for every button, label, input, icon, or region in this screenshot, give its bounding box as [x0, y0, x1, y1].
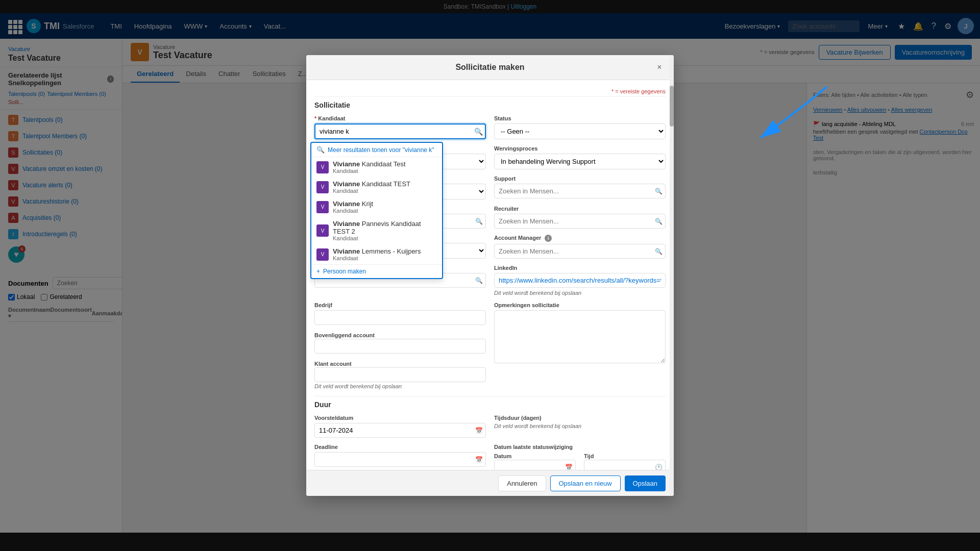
candidate-icon-1: V [316, 181, 329, 193]
datum-group: Datum 📅 [494, 452, 576, 470]
label-klant: Klant account [314, 361, 352, 367]
vacature-search-icon[interactable]: 🔍 [475, 218, 483, 225]
wervingsproces-select[interactable]: In behandeling Werving Support [494, 154, 666, 169]
kandidaat-input[interactable] [314, 123, 486, 139]
search-more-text: Meer resultaten tonen voor "vivianne k" [328, 146, 434, 154]
modal-title: Sollicitatie maken [327, 63, 653, 72]
label-accountmanager: Account Manager i [494, 235, 666, 242]
form-group-wervingsproces: Wervingsproces In behandeling Werving Su… [494, 145, 666, 169]
form-group-voorsteldatum: Voorsteldatum 📅 [314, 415, 486, 438]
kandidaat-dropdown: 🔍 Meer resultaten tonen voor "vivianne k… [310, 142, 443, 279]
dropdown-item-0[interactable]: V Vivianne Kandidaat Test Kandidaat [311, 157, 442, 177]
deadline-calendar-icon[interactable]: 📅 [475, 456, 483, 463]
row-deadline-datum: Deadline 📅 Datum laatste statuswijziging… [314, 444, 666, 470]
modal-scrollbar[interactable] [670, 55, 674, 496]
arrow-annotation [735, 82, 837, 158]
support-input[interactable] [494, 184, 666, 198]
tijd-input-wrapper: 🕐 [584, 460, 666, 470]
label-datum-laatste: Datum laatste statuswijziging [494, 444, 666, 450]
form-group-bedrijf: Bedrijf Bovenliggend account Klant accou… [314, 302, 486, 390]
datum-input[interactable] [494, 460, 576, 470]
row-bedrijf-opmerkingen: Bedrijf Bovenliggend account Klant accou… [314, 302, 666, 390]
label-support: Support [494, 176, 666, 182]
form-group-accountmanager: Account Manager i 🔍 [494, 235, 666, 259]
cancel-button[interactable]: Annuleren [498, 475, 546, 491]
recruiter-search-icon[interactable]: 🔍 [655, 218, 663, 225]
voorsteldatum-input-wrapper: 📅 [314, 423, 486, 438]
dropdown-item-1[interactable]: V Vivianne Kandidaat TEST Kandidaat [311, 177, 442, 197]
candidate-name-1: Vivianne Kandidaat TEST [333, 180, 410, 188]
section-sollicitatie: Sollicitatie [314, 96, 666, 111]
form-group-kandidaat: Kandidaat 🔍 🔍 Meer resultaten tonen voor… [314, 115, 486, 139]
candidate-icon-3: V [316, 224, 329, 237]
label-voorsteldatum: Voorsteldatum [314, 415, 486, 421]
dropdown-add-person[interactable]: + Persoon maken [311, 264, 442, 278]
klant-helper: Dit veld wordt berekend bij opslaan [314, 383, 402, 389]
modal-footer: Annuleren Opslaan en nieuw Opslaan [306, 470, 674, 496]
voorsteldatum-calendar-icon[interactable]: 📅 [475, 427, 483, 434]
search-more-icon: 🔍 [316, 146, 325, 154]
datum-calendar-icon[interactable]: 📅 [565, 464, 573, 470]
candidate-icon-2: V [316, 201, 329, 213]
form-group-deadline: Deadline 📅 [314, 444, 486, 467]
add-icon: + [316, 268, 320, 275]
dropdown-item-4[interactable]: V Vivianne Lemmens - Kuijpers Kandidaat [311, 244, 442, 264]
support-search-icon[interactable]: 🔍 [655, 188, 663, 195]
bedrijf-input[interactable] [314, 310, 486, 325]
deadline-input[interactable] [314, 452, 486, 467]
candidate-name-3: Vivianne Pannevis Kandidaat TEST 2 [333, 220, 437, 235]
amvacature-search-icon[interactable]: 🔍 [475, 277, 483, 284]
opmerkingen-textarea[interactable] [494, 310, 666, 363]
form-group-tijdsduur: Tijdsduur (dagen) Dit veld wordt bereken… [494, 415, 666, 429]
bovenliggend-group: Bovenliggend account [314, 331, 486, 354]
tijdsduur-helper: Dit veld wordt berekend bij opslaan [494, 423, 666, 429]
row-duur: Voorsteldatum 📅 Tijdsduur (dagen) Dit ve… [314, 415, 666, 438]
klant-input[interactable] [314, 367, 486, 382]
accountmanager-lookup: 🔍 [494, 244, 666, 259]
section-duur: Duur [314, 396, 666, 411]
required-note-modal: * = vereiste gegevens [314, 88, 666, 94]
kandidaat-search-icon[interactable]: 🔍 [474, 128, 483, 136]
modal-close-button[interactable]: × [653, 61, 666, 73]
kandidaat-input-wrapper: 🔍 🔍 Meer resultaten tonen voor "vivianne… [314, 123, 486, 139]
recruiter-lookup: 🔍 [494, 214, 666, 229]
accountmanager-input[interactable] [494, 244, 666, 259]
dropdown-item-text-2: Vivianne Krijt Kandidaat [333, 200, 373, 214]
label-tijdsduur: Tijdsduur (dagen) [494, 415, 666, 421]
form-group-linkedin: LinkedIn Dit veld wordt berekend bij ops… [494, 265, 666, 296]
label-datum: Datum [494, 453, 511, 459]
recruiter-input[interactable] [494, 214, 666, 229]
time-clock-icon[interactable]: 🕐 [655, 464, 663, 470]
dropdown-item-2[interactable]: V Vivianne Krijt Kandidaat [311, 197, 442, 217]
save-new-button[interactable]: Opslaan en nieuw [550, 475, 621, 491]
form-group-status: Status -- Geen -- [494, 115, 666, 139]
label-recruiter: Recruiter [494, 206, 666, 212]
linkedin-input[interactable] [494, 273, 666, 288]
label-linkedin: LinkedIn [494, 265, 666, 271]
tijd-group: Tijd 🕐 [584, 452, 666, 470]
candidate-subtitle-0: Kandidaat [333, 168, 406, 174]
label-kandidaat: Kandidaat [314, 115, 486, 121]
candidate-subtitle-3: Kandidaat [333, 235, 437, 241]
candidate-name-0: Vivianne Kandidaat Test [333, 160, 406, 168]
dropdown-item-3[interactable]: V Vivianne Pannevis Kandidaat TEST 2 Kan… [311, 217, 442, 244]
bovenliggend-input[interactable] [314, 339, 486, 354]
candidate-icon-0: V [316, 161, 329, 173]
accountmanager-search-icon[interactable]: 🔍 [655, 248, 663, 255]
dropdown-item-text-1: Vivianne Kandidaat TEST Kandidaat [333, 180, 410, 194]
status-select[interactable]: -- Geen -- [494, 123, 666, 139]
label-wervingsproces: Wervingsproces [494, 145, 666, 152]
datum-tijd-row: Datum 📅 Tijd 🕐 [494, 452, 666, 470]
row-kandidaat-status: Kandidaat 🔍 🔍 Meer resultaten tonen voor… [314, 115, 666, 139]
add-text: Persoon maken [323, 268, 366, 275]
modal-header: Sollicitatie maken × [306, 55, 674, 80]
tijd-input[interactable] [584, 460, 666, 470]
form-group-support: Support 🔍 [494, 176, 666, 198]
candidate-subtitle-1: Kandidaat [333, 188, 410, 194]
save-button[interactable]: Opslaan [625, 475, 666, 491]
voorsteldatum-input[interactable] [314, 423, 486, 438]
candidate-subtitle-4: Kandidaat [333, 255, 421, 261]
label-deadline: Deadline [314, 444, 486, 450]
modal: Sollicitatie maken × * = vereiste gegeve… [306, 55, 674, 496]
dropdown-search-more[interactable]: 🔍 Meer resultaten tonen voor "vivianne k… [311, 143, 442, 157]
